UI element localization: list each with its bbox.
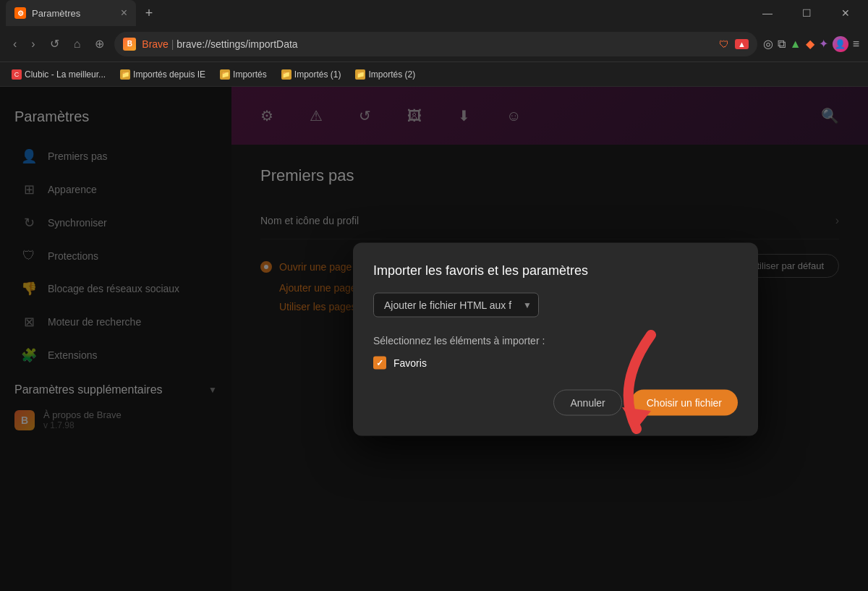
address-domain: Brave | brave://settings/importData [142, 38, 713, 50]
favoris-checkbox-row[interactable]: ✓ Favoris [373, 356, 738, 369]
source-select-wrapper[interactable]: Ajouter le fichier HTML aux f ▼ [373, 292, 539, 317]
bookmark-favicon-clubic: C [12, 69, 22, 80]
minimize-button[interactable]: — [751, 0, 784, 26]
nav-icons-right: ◎ ⧉ ▲ ◆ ✦ 👤 ≡ [763, 36, 859, 52]
favoris-checkbox[interactable]: ✓ [373, 356, 386, 369]
warning-nav-icon[interactable]: ▲ [735, 39, 749, 49]
tab-bar: ⚙ Paramètres × + [6, 0, 751, 26]
bookmark-clubic[interactable]: C Clubic - La meilleur... [6, 68, 111, 81]
shield-nav-icon[interactable]: 🛡 [719, 38, 729, 50]
bookmark-favicon-importes-1: 📁 [281, 69, 292, 80]
import-dialog: Importer les favoris et les paramètres A… [353, 242, 758, 435]
home-button[interactable]: ⌂ [69, 35, 85, 54]
tab-close-btn[interactable]: × [121, 7, 127, 20]
navbar: ‹ › ↺ ⌂ ⊕ B Brave | brave://settings/imp… [0, 26, 868, 62]
google-drive-icon[interactable]: ▲ [790, 38, 801, 51]
content-area: ⚙ ⚠ ↺ 🖼 ⬇ ☺ 🔍 Paramètres 👤 Premiers pas … [0, 87, 868, 591]
bookmark-label-importes: Importés [233, 69, 267, 80]
bookmark-button[interactable]: ⊕ [90, 34, 109, 54]
bookmarks-bar: C Clubic - La meilleur... 📁 Importés dep… [0, 62, 868, 87]
favoris-label: Favoris [393, 357, 427, 368]
address-brave-label: Brave [142, 38, 169, 50]
menu-button[interactable]: ≡ [853, 38, 859, 51]
profile-icon[interactable]: 👤 [833, 36, 848, 52]
titlebar: ⚙ Paramètres × + — ☐ ✕ [0, 0, 868, 26]
bookmark-importes-1[interactable]: 📁 Importés (1) [276, 68, 347, 81]
choose-file-button[interactable]: Choisir un fichier [631, 389, 738, 415]
import-source-select[interactable]: Ajouter le fichier HTML aux f [373, 292, 539, 317]
bookmark-label-ie: Importés depuis IE [133, 69, 205, 80]
window-controls: — ☐ ✕ [751, 0, 862, 26]
active-tab[interactable]: ⚙ Paramètres × [6, 0, 136, 26]
bookmark-importes-2[interactable]: 📁 Importés (2) [349, 68, 421, 81]
bookmark-favicon-importes-2: 📁 [355, 69, 365, 80]
brave-shield-icon: B [123, 38, 136, 51]
bookmark-ie[interactable]: 📁 Importés depuis IE [114, 68, 211, 81]
tab-title: Paramètres [32, 8, 115, 19]
leo-icon[interactable]: ✦ [819, 37, 828, 51]
new-tab-button[interactable]: + [139, 3, 159, 23]
forward-button[interactable]: › [27, 35, 39, 54]
bookmark-importes[interactable]: 📁 Importés [214, 68, 273, 81]
cancel-button[interactable]: Annuler [553, 389, 621, 415]
select-items-label: Sélectionnez les éléments à importer : [373, 334, 738, 346]
bookmark-label-clubic: Clubic - La meilleur... [25, 69, 106, 80]
maximize-button[interactable]: ☐ [790, 0, 823, 26]
checkmark-icon: ✓ [376, 357, 383, 367]
reload-button[interactable]: ↺ [46, 34, 64, 54]
tab-favicon: ⚙ [14, 7, 26, 19]
bookmark-label-importes-1: Importés (1) [294, 69, 341, 80]
dialog-buttons: Annuler Choisir un fichier [373, 389, 738, 415]
dialog-title: Importer les favoris et les paramètres [373, 263, 738, 278]
close-window-button[interactable]: ✕ [829, 0, 862, 26]
extensions-icon[interactable]: ⧉ [778, 38, 786, 51]
bookmark-favicon-ie: 📁 [120, 69, 130, 80]
address-bar[interactable]: B Brave | brave://settings/importData 🛡 … [114, 32, 757, 56]
address-url: brave://settings/importData [176, 38, 297, 50]
crypto-wallet-icon[interactable]: ◆ [806, 37, 814, 51]
back-button[interactable]: ‹ [9, 35, 21, 54]
brave-rewards-icon[interactable]: ◎ [763, 37, 773, 51]
bookmark-label-importes-2: Importés (2) [368, 69, 415, 80]
bookmark-favicon-importes: 📁 [220, 69, 230, 80]
